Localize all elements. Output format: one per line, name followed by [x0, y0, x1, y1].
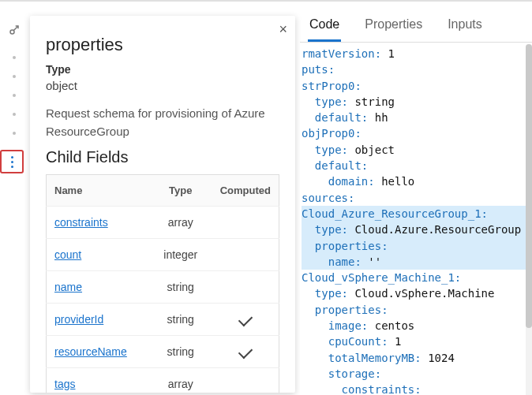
top-divider: [0, 0, 532, 2]
editor-tabs: Code Properties Inputs: [300, 9, 532, 43]
field-computed: [212, 368, 279, 393]
rail-dot: [13, 113, 16, 116]
check-icon: [238, 345, 253, 359]
rail-dot: [13, 94, 16, 97]
field-type: string: [149, 271, 212, 304]
field-link[interactable]: providerId: [54, 313, 103, 326]
rail-dot: [13, 56, 16, 59]
panel-title: properties: [46, 35, 279, 55]
table-row: providerId string: [47, 304, 279, 336]
rail-dot: [13, 75, 16, 78]
scrollbar[interactable]: [526, 44, 532, 395]
plugin-icon: [6, 22, 22, 40]
close-icon[interactable]: ×: [279, 22, 287, 36]
table-row: tags array: [47, 368, 279, 393]
field-type: array: [149, 368, 212, 393]
right-pane: Code Properties Inputs rmatVersion: 1 pu…: [300, 9, 532, 395]
table-row: count integer: [47, 239, 279, 271]
field-computed: [212, 207, 279, 239]
col-name: Name: [47, 175, 149, 207]
field-type: string: [149, 304, 212, 336]
field-type: integer: [149, 239, 212, 271]
tab-inputs[interactable]: Inputs: [446, 13, 484, 42]
field-link[interactable]: resourceName: [54, 345, 127, 358]
code-content: rmatVersion: 1 puts: strProp0: type: str…: [300, 43, 532, 395]
code-editor[interactable]: rmatVersion: 1 puts: strProp0: type: str…: [300, 43, 532, 395]
more-actions-button[interactable]: [11, 156, 13, 168]
field-link[interactable]: name: [54, 281, 82, 293]
scrollbar-thumb[interactable]: [526, 44, 532, 328]
canvas-left-rail: [0, 9, 28, 395]
child-fields-table: Name Type Computed constraints array cou…: [46, 174, 279, 393]
field-computed: [212, 304, 279, 336]
col-computed: Computed: [212, 175, 279, 207]
table-row: constraints array: [47, 207, 279, 239]
panel-description: Request schema for provisioning of Azure…: [46, 105, 279, 140]
check-icon: [238, 312, 253, 326]
field-computed: [212, 271, 279, 304]
tab-code[interactable]: Code: [308, 13, 341, 42]
canvas-actions-highlight: [0, 150, 24, 173]
field-type: string: [149, 336, 212, 368]
field-link[interactable]: count: [54, 248, 81, 261]
field-link[interactable]: constraints: [54, 216, 108, 229]
table-row: resourceName string: [47, 336, 279, 368]
col-type: Type: [149, 175, 212, 207]
field-computed: [212, 239, 279, 271]
rail-dot: [13, 132, 16, 135]
child-fields-heading: Child Fields: [46, 148, 279, 166]
tab-properties[interactable]: Properties: [363, 13, 424, 42]
field-link[interactable]: tags: [54, 378, 75, 390]
field-computed: [212, 336, 279, 368]
schema-panel: × properties Type object Request schema …: [30, 16, 295, 393]
type-value: object: [46, 79, 279, 92]
type-label: Type: [46, 63, 279, 76]
table-row: name string: [47, 271, 279, 304]
field-type: array: [149, 207, 212, 239]
